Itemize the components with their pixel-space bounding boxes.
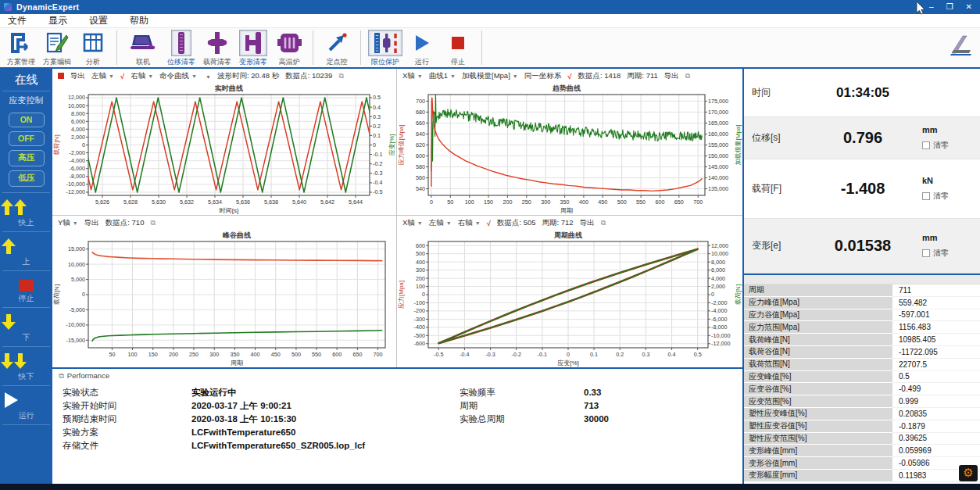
svg-text:250: 250 bbox=[522, 199, 531, 206]
toolbar-item-label: 定点控 bbox=[327, 57, 348, 67]
detach-icon[interactable]: ⧉ bbox=[338, 72, 343, 80]
detach-icon[interactable]: ⧉ bbox=[685, 72, 690, 80]
chart-dropdown[interactable]: X轴▼ bbox=[402, 218, 423, 228]
clear-checkbox[interactable] bbox=[922, 249, 930, 257]
chart-toolbar-text: 周期: 712 bbox=[542, 218, 574, 228]
toolbar-item-connect[interactable]: 联机 bbox=[123, 30, 163, 67]
stat-label: 塑性应变范围[%] bbox=[744, 433, 892, 445]
svg-text:峰谷曲线: 峰谷曲线 bbox=[223, 231, 251, 239]
toolbar-item-load-zero[interactable]: 载荷清零 bbox=[199, 30, 235, 67]
toolbar-item-run[interactable]: 运行 bbox=[404, 30, 440, 67]
jog-stop-button[interactable]: 停止 bbox=[0, 271, 52, 307]
svg-text:-10,000: -10,000 bbox=[66, 321, 85, 328]
jog-fast-up-button[interactable]: 快上 bbox=[0, 193, 52, 231]
performance-panel: ⧉Performance 实验状态 实验运行中 实验开始时间 2020-03-1… bbox=[52, 367, 742, 484]
toolbar-item-setpoint[interactable]: 定点控 bbox=[319, 30, 355, 67]
toolbar-item-disp-zero[interactable]: 位移清零 bbox=[163, 30, 199, 67]
toolbar-separator bbox=[481, 30, 482, 65]
toolbar-item-plan-edit[interactable]: 方案编辑 bbox=[39, 30, 75, 67]
high-pressure-button[interactable]: 高压 bbox=[9, 150, 45, 166]
clear-checkbox[interactable] bbox=[922, 141, 930, 149]
minimize-button[interactable]: – bbox=[929, 0, 934, 14]
sidebar-run-button[interactable]: 运行 bbox=[0, 386, 52, 424]
load-zero-icon bbox=[203, 30, 231, 56]
toolbar-item-label: 位移清零 bbox=[167, 57, 195, 67]
svg-text:170,000: 170,000 bbox=[708, 109, 728, 116]
clear-checkbox[interactable] bbox=[922, 192, 930, 200]
svg-text:0: 0 bbox=[82, 141, 85, 148]
connect-icon bbox=[124, 30, 162, 56]
svg-text:620: 620 bbox=[416, 141, 425, 148]
detach-icon[interactable]: ⧉ bbox=[601, 219, 606, 227]
time-label: 时间 bbox=[752, 86, 803, 99]
exp-plan-label: 实验方案 bbox=[63, 426, 98, 438]
toolbar-item-label: 停止 bbox=[451, 57, 465, 67]
stat-label: 周期 bbox=[744, 284, 892, 297]
svg-text:-0.2: -0.2 bbox=[373, 160, 382, 167]
export-button[interactable]: 导出 bbox=[580, 218, 595, 228]
chart-dropdown[interactable]: 左轴▼ bbox=[91, 71, 114, 81]
toolbar-item-stop[interactable]: 停止 bbox=[440, 30, 476, 67]
load-readout: 载荷[F] -1.408 kN 清零 bbox=[744, 159, 980, 219]
svg-text:12,000: 12,000 bbox=[711, 242, 728, 249]
jog-up-button[interactable]: 上 bbox=[0, 232, 52, 270]
close-button[interactable]: ✕ bbox=[966, 0, 972, 14]
menu-file[interactable]: 文件 bbox=[8, 14, 27, 27]
svg-text:10,000: 10,000 bbox=[711, 250, 728, 257]
svg-text:-2,000: -2,000 bbox=[70, 149, 85, 156]
chart-dropdown[interactable]: 右轴▼ bbox=[131, 71, 153, 81]
detach-icon[interactable]: ⧉ bbox=[150, 219, 155, 227]
menu-display[interactable]: 显示 bbox=[48, 14, 67, 27]
stat-value: -0.499 bbox=[892, 383, 980, 395]
menu-settings[interactable]: 设置 bbox=[89, 14, 108, 27]
chart-dropdown[interactable]: 曲线1▼ bbox=[429, 71, 456, 81]
exp-frequency-label: 实验频率 bbox=[460, 386, 495, 399]
svg-text:400: 400 bbox=[416, 259, 425, 266]
toolbar-item-plan-manage[interactable]: 方案管理 bbox=[3, 30, 39, 67]
chart-dropdown[interactable]: 右轴▼ bbox=[458, 218, 481, 228]
toolbar-item-limit-protect[interactable]: 限位保护 bbox=[367, 30, 404, 67]
svg-text:400: 400 bbox=[579, 199, 588, 206]
chart-dropdown[interactable]: 左轴▼ bbox=[429, 218, 452, 228]
low-pressure-button[interactable]: 低压 bbox=[9, 170, 45, 187]
stat-label: 载荷范围[N] bbox=[744, 359, 892, 371]
table-row: 塑性应变范围[%]0.39625 bbox=[744, 433, 980, 445]
svg-text:实时曲线: 实时曲线 bbox=[215, 84, 243, 92]
svg-text:6,000: 6,000 bbox=[711, 266, 725, 274]
app-logo-icon bbox=[4, 3, 12, 11]
svg-text:250: 250 bbox=[189, 351, 199, 358]
toolbar-item-furnace[interactable]: 高温炉 bbox=[271, 30, 307, 67]
stat-label: 变形峰值[mm] bbox=[744, 445, 892, 457]
toolbar-item-deform-zero[interactable]: 变形清零 bbox=[235, 30, 271, 67]
storage-file-label: 存储文件 bbox=[63, 439, 98, 452]
chart-dropdown[interactable]: X轴▼ bbox=[402, 71, 423, 81]
gear-icon[interactable]: ⚙ bbox=[959, 465, 978, 481]
off-button[interactable]: OFF bbox=[9, 131, 45, 146]
chart-dropdown[interactable]: ▼ bbox=[203, 72, 211, 80]
jog-fast-down-button[interactable]: 快下 bbox=[0, 347, 52, 385]
export-button[interactable]: 导出 bbox=[70, 71, 85, 81]
check-mark[interactable]: √ bbox=[567, 72, 571, 80]
toolbar-item-analysis[interactable]: 分析 bbox=[75, 30, 111, 67]
jog-down-button[interactable]: 下 bbox=[0, 308, 52, 346]
chart-dropdown[interactable]: 命令曲线▼ bbox=[159, 71, 197, 81]
export-button[interactable]: 导出 bbox=[84, 218, 99, 228]
chart-toolbar-cycle: X轴▼左轴▼右轴▼√数据点: 505周期: 712导出⧉ bbox=[397, 216, 742, 230]
svg-text:165,000: 165,000 bbox=[708, 120, 728, 127]
chart-realtime: 5,6265,6285,6305,6325,6345,6365,6385,640… bbox=[52, 83, 396, 215]
stats-panel: 周期711应力峰值[Mpa]559.482应力谷值[Mpa]-597.001应力… bbox=[744, 274, 980, 484]
svg-text:4,000: 4,000 bbox=[711, 275, 725, 282]
table-row: 变形峰值[mm]0.059969 bbox=[744, 445, 980, 457]
toolbar-item-label: 运行 bbox=[415, 57, 429, 67]
menu-help[interactable]: 帮助 bbox=[130, 14, 148, 27]
on-button[interactable]: ON bbox=[9, 113, 45, 127]
check-mark[interactable]: √ bbox=[120, 72, 124, 80]
chart-dropdown[interactable]: Y轴▼ bbox=[58, 218, 78, 228]
chart-dropdown[interactable]: 加载模量[Mpa]▼ bbox=[462, 71, 518, 81]
export-button[interactable]: 导出 bbox=[664, 71, 679, 81]
deformation-clear: 清零 bbox=[922, 248, 972, 259]
svg-text:应变[%]: 应变[%] bbox=[388, 134, 395, 156]
maximize-button[interactable]: ❐ bbox=[946, 0, 953, 14]
check-mark[interactable]: √ bbox=[487, 219, 491, 227]
svg-text:-8,000: -8,000 bbox=[711, 324, 727, 331]
